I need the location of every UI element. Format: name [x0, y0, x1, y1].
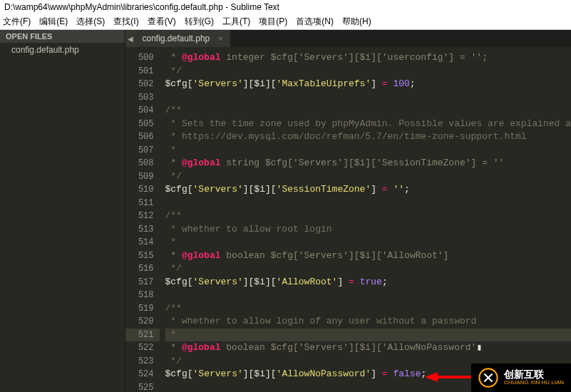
menu-select[interactable]: 选择(S): [76, 16, 105, 28]
sidebar-header-open-files: OPEN FILES: [0, 30, 125, 43]
menu-bar: 文件(F) 编辑(E) 选择(S) 查找(I) 查看(V) 转到(G) 工具(T…: [0, 14, 571, 30]
logo-text-en: CHUANG XIN HU LIAN: [504, 380, 564, 386]
logo-text: 创新互联 CHUANG XIN HU LIAN: [504, 369, 564, 386]
menu-view[interactable]: 查看(V): [148, 16, 176, 28]
logo-icon: [478, 368, 498, 388]
menu-edit[interactable]: 编辑(E): [39, 16, 68, 28]
main-area: OPEN FILES config.default.php ◀ config.d…: [0, 30, 571, 392]
svg-marker-1: [425, 372, 438, 382]
open-file-item[interactable]: config.default.php: [0, 43, 125, 57]
menu-preferences[interactable]: 首选项(N): [296, 16, 334, 28]
menu-file[interactable]: 文件(F): [3, 16, 31, 28]
code-area[interactable]: 500 501 502 503 504 505 506 507 508 509 …: [125, 47, 572, 392]
editor-area: ◀ config.default.php × 500 501 502 503 5…: [125, 30, 572, 392]
tab-bar: ◀ config.default.php ×: [125, 30, 572, 47]
title-bar: D:\wamp64\www\phpMyAdmin\libraries\confi…: [0, 0, 571, 14]
code-content[interactable]: * @global integer $cfg['Servers'][$i]['u…: [160, 47, 572, 392]
logo-text-cn: 创新互联: [504, 369, 564, 380]
menu-find[interactable]: 查找(I): [113, 16, 138, 28]
tab-label: config.default.php: [143, 33, 210, 43]
menu-goto[interactable]: 转到(G): [185, 16, 214, 28]
menu-help[interactable]: 帮助(H): [342, 16, 371, 28]
open-files-list: config.default.php: [0, 43, 125, 57]
watermark-logo: 创新互联 CHUANG XIN HU LIAN: [471, 363, 571, 392]
tab-config-default[interactable]: config.default.php ×: [135, 30, 230, 47]
menu-tools[interactable]: 工具(T): [222, 16, 250, 28]
tab-prev-icon[interactable]: ◀: [125, 30, 135, 47]
line-gutter: 500 501 502 503 504 505 506 507 508 509 …: [125, 47, 160, 392]
sidebar: OPEN FILES config.default.php: [0, 30, 125, 392]
window-title: D:\wamp64\www\phpMyAdmin\libraries\confi…: [4, 2, 279, 12]
close-icon[interactable]: ×: [218, 34, 222, 43]
menu-project[interactable]: 项目(P): [259, 16, 287, 28]
